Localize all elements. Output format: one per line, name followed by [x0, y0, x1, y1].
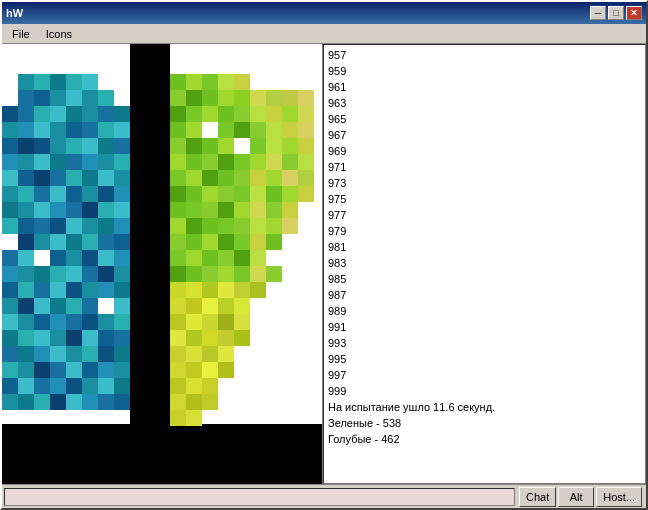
svg-rect-3 — [130, 44, 170, 484]
svg-rect-154 — [18, 378, 34, 394]
svg-rect-201 — [170, 138, 186, 154]
svg-rect-22 — [82, 106, 98, 122]
svg-rect-299 — [186, 362, 202, 378]
svg-rect-253 — [170, 234, 186, 250]
chat-input[interactable] — [4, 488, 515, 506]
log-area[interactable]: 9579599619639659679699719739759779799819… — [323, 44, 646, 484]
svg-rect-207 — [266, 138, 282, 154]
svg-rect-15 — [82, 90, 98, 106]
svg-rect-21 — [66, 106, 82, 122]
svg-rect-82 — [18, 234, 34, 250]
svg-rect-206 — [250, 138, 266, 154]
svg-rect-175 — [186, 90, 202, 106]
alt-button[interactable]: Alt — [558, 487, 594, 507]
minimize-button[interactable]: ─ — [590, 6, 606, 20]
svg-rect-12 — [34, 90, 50, 106]
svg-rect-195 — [218, 122, 234, 138]
svg-rect-69 — [66, 202, 82, 218]
svg-rect-141 — [66, 346, 82, 362]
svg-rect-139 — [34, 346, 50, 362]
log-line: 989 — [328, 303, 641, 319]
svg-rect-119 — [98, 298, 114, 314]
svg-rect-285 — [186, 314, 202, 330]
svg-rect-256 — [218, 234, 234, 250]
svg-rect-259 — [266, 234, 282, 250]
close-button[interactable]: ✕ — [626, 6, 642, 20]
svg-rect-127 — [98, 314, 114, 330]
svg-rect-61 — [66, 186, 82, 202]
menu-item-file[interactable]: File — [4, 26, 38, 42]
svg-rect-297 — [218, 346, 234, 362]
svg-rect-298 — [170, 362, 186, 378]
host-button[interactable]: Host... — [596, 487, 642, 507]
svg-rect-243 — [266, 202, 282, 218]
svg-rect-45 — [66, 154, 82, 170]
svg-rect-228 — [170, 186, 186, 202]
svg-rect-5 — [170, 424, 322, 464]
svg-rect-266 — [170, 266, 186, 282]
svg-rect-279 — [170, 298, 186, 314]
svg-rect-174 — [170, 90, 186, 106]
svg-rect-131 — [34, 330, 50, 346]
window-title: hW — [6, 7, 23, 19]
svg-rect-6 — [18, 74, 34, 90]
svg-rect-204 — [218, 138, 234, 154]
svg-rect-20 — [50, 106, 66, 122]
svg-rect-76 — [50, 218, 66, 234]
svg-rect-58 — [18, 186, 34, 202]
svg-rect-181 — [282, 90, 298, 106]
svg-rect-237 — [170, 202, 186, 218]
svg-rect-140 — [50, 346, 66, 362]
svg-rect-77 — [66, 218, 82, 234]
svg-rect-188 — [250, 106, 266, 122]
svg-rect-225 — [266, 170, 282, 186]
svg-rect-13 — [50, 90, 66, 106]
svg-rect-100 — [50, 266, 66, 282]
svg-rect-112 — [114, 282, 130, 298]
svg-rect-186 — [218, 106, 234, 122]
svg-rect-288 — [234, 314, 250, 330]
svg-rect-165 — [66, 394, 82, 410]
svg-rect-275 — [202, 282, 218, 298]
svg-rect-138 — [18, 346, 34, 362]
log-line: 967 — [328, 127, 641, 143]
canvas-area — [2, 44, 322, 484]
svg-rect-182 — [298, 90, 314, 106]
svg-rect-52 — [50, 170, 66, 186]
menu-item-icons[interactable]: Icons — [38, 26, 80, 42]
svg-rect-238 — [186, 202, 202, 218]
log-line: 997 — [328, 367, 641, 383]
svg-rect-161 — [2, 394, 18, 410]
svg-rect-70 — [82, 202, 98, 218]
svg-rect-111 — [98, 282, 114, 298]
svg-rect-176 — [202, 90, 218, 106]
svg-rect-241 — [234, 202, 250, 218]
svg-rect-157 — [66, 378, 82, 394]
chat-button[interactable]: Chat — [519, 487, 556, 507]
log-line: 969 — [328, 143, 641, 159]
svg-rect-222 — [218, 170, 234, 186]
svg-rect-83 — [34, 234, 50, 250]
svg-rect-214 — [234, 154, 250, 170]
svg-rect-191 — [298, 106, 314, 122]
maximize-button[interactable]: □ — [608, 6, 624, 20]
svg-rect-99 — [34, 266, 50, 282]
svg-rect-142 — [82, 346, 98, 362]
svg-rect-284 — [170, 314, 186, 330]
svg-rect-18 — [18, 106, 34, 122]
svg-rect-7 — [34, 74, 50, 90]
svg-rect-178 — [234, 90, 250, 106]
svg-rect-167 — [98, 394, 114, 410]
svg-rect-162 — [18, 394, 34, 410]
log-numbers-container: 9579599619639659679699719739759779799819… — [328, 47, 641, 399]
svg-rect-202 — [186, 138, 202, 154]
svg-rect-265 — [250, 250, 266, 266]
svg-rect-158 — [82, 378, 98, 394]
log-line: 979 — [328, 223, 641, 239]
svg-rect-296 — [202, 346, 218, 362]
svg-rect-180 — [266, 90, 282, 106]
svg-rect-302 — [170, 378, 186, 394]
svg-rect-263 — [218, 250, 234, 266]
svg-rect-177 — [218, 90, 234, 106]
svg-rect-192 — [170, 122, 186, 138]
